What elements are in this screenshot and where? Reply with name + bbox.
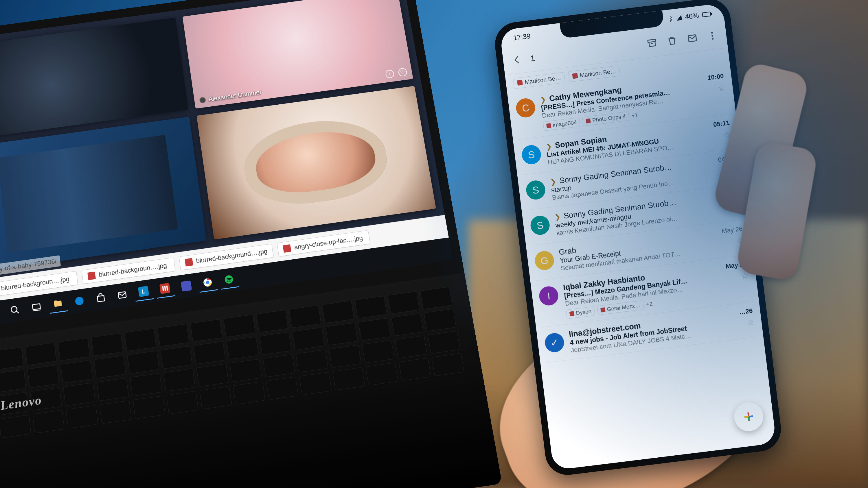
phone-in-hand: 17:39 ᛒ 46% 1 bbox=[492, 0, 786, 488]
download-filename: blurred-backgroun….jpg bbox=[1, 275, 70, 292]
download-chip[interactable]: angry-close-up-fac….jpg bbox=[277, 230, 371, 256]
pdf-icon bbox=[546, 123, 552, 128]
star-icon[interactable]: ☆ bbox=[723, 130, 732, 140]
mail-button[interactable] bbox=[112, 285, 132, 305]
download-chip[interactable]: blurred-backgroun….jpg bbox=[82, 257, 176, 284]
browser-window[interactable]: Alexander Dummer ＋ ♡ …phy-of-a-baby-7597… bbox=[0, 0, 453, 327]
download-chip[interactable]: blurred-backgroun….jpg bbox=[0, 271, 78, 298]
explorer-button[interactable] bbox=[48, 294, 68, 314]
email-time: May 26 bbox=[725, 260, 747, 270]
email-row[interactable]: S❯Sonny Gading Seniman Surob…startupBisn… bbox=[523, 149, 739, 210]
svg-point-4 bbox=[11, 306, 18, 313]
selection-count: 1 bbox=[530, 54, 535, 63]
email-row[interactable]: S❯Sonny Gading Seniman Surob…weekly mei;… bbox=[527, 184, 743, 246]
email-subject: 4 new jobs - Job Alert from JobStreet bbox=[569, 317, 755, 347]
download-filename: blurred-backgroun….jpg bbox=[98, 262, 167, 279]
attachment-chip[interactable]: Madison Be… bbox=[513, 72, 565, 89]
signal-icon bbox=[676, 15, 682, 21]
star-icon[interactable]: ☆ bbox=[746, 318, 754, 328]
laptop-screen: Alexander Dummer ＋ ♡ …phy-of-a-baby-7597… bbox=[0, 0, 464, 342]
star-icon[interactable]: ☆ bbox=[740, 270, 749, 281]
attachment-chip[interactable]: Photo Opps 4 bbox=[582, 111, 629, 126]
email-sender: Cathy Mewengkang bbox=[549, 85, 622, 103]
chrome-button[interactable] bbox=[197, 273, 218, 293]
attachment-chips-row: Madison Be… Madison Be… bbox=[505, 48, 730, 94]
phone-notch bbox=[560, 10, 664, 38]
scene-background: Alexander Dummer ＋ ♡ …phy-of-a-baby-7597… bbox=[0, 0, 868, 488]
mail-icon[interactable] bbox=[687, 32, 699, 45]
email-row[interactable]: S❯Sopan SopianList Artikel MEI #5: JUMAT… bbox=[519, 113, 735, 175]
pdf-icon bbox=[586, 118, 591, 124]
file-icon bbox=[87, 272, 96, 280]
email-preview: Dear Rekan Media, Pada hari ini Mezzo… bbox=[565, 278, 750, 307]
email-sender: Iqbal Zakky Hasbianto bbox=[563, 273, 646, 292]
add-icon[interactable]: ＋ bbox=[385, 69, 395, 78]
windows-taskbar: L bbox=[0, 237, 453, 327]
star-icon[interactable]: ☆ bbox=[732, 200, 740, 210]
svg-text:L: L bbox=[142, 288, 146, 295]
spotify-button[interactable] bbox=[218, 270, 239, 290]
hand-finger bbox=[712, 61, 810, 222]
heart-icon[interactable]: ♡ bbox=[398, 68, 408, 77]
svg-rect-22 bbox=[688, 35, 696, 42]
email-subject: startup bbox=[551, 164, 736, 194]
app-l-button[interactable]: L bbox=[133, 282, 154, 301]
status-time: 17:39 bbox=[513, 32, 531, 42]
desk-surface bbox=[469, 220, 868, 488]
sender-avatar[interactable]: ✓ bbox=[544, 332, 565, 353]
download-filename: blurred-background….jpg bbox=[195, 248, 268, 265]
sender-avatar[interactable]: S bbox=[529, 215, 551, 236]
battery-percent: 46% bbox=[685, 11, 699, 21]
email-subject: List Artikel MEI #5: JUMAT-MINGGU bbox=[546, 128, 732, 159]
pdf-icon bbox=[569, 311, 575, 316]
compose-fab[interactable] bbox=[733, 401, 765, 433]
gallery-thumb[interactable] bbox=[196, 86, 436, 239]
sender-avatar[interactable]: G bbox=[534, 250, 555, 271]
sender-avatar[interactable]: I bbox=[538, 285, 560, 307]
back-icon[interactable] bbox=[511, 54, 523, 66]
sender-avatar[interactable]: C bbox=[515, 97, 536, 119]
email-preview: Bisnis Japanese Dessert yang Penuh Ino… bbox=[552, 171, 737, 201]
attachment-chip[interactable]: Dyson bbox=[566, 306, 595, 319]
email-subject: Your Grab E-Receipt bbox=[559, 234, 745, 265]
svg-point-24 bbox=[711, 35, 713, 37]
download-chip[interactable]: blurred-background….jpg bbox=[179, 244, 274, 270]
email-row[interactable]: ✓lina@jobstreet.com4 new jobs - Job Aler… bbox=[542, 301, 758, 363]
sender-avatar[interactable]: S bbox=[521, 144, 542, 165]
star-icon[interactable]: ☆ bbox=[717, 83, 726, 93]
important-icon: ❯ bbox=[550, 177, 556, 186]
email-row[interactable]: C❯Cathy Mewengkang[PRESS…] Press Confere… bbox=[513, 67, 730, 140]
email-list[interactable]: C❯Cathy Mewengkang[PRESS…] Press Confere… bbox=[507, 66, 776, 470]
search-button[interactable] bbox=[5, 300, 25, 320]
attachment-chip[interactable]: Gerai Mezz… bbox=[597, 300, 644, 315]
important-icon: ❯ bbox=[539, 95, 546, 104]
star-icon[interactable]: ☆ bbox=[727, 165, 736, 175]
gallery-thumb[interactable] bbox=[0, 18, 188, 140]
edge-button[interactable] bbox=[69, 291, 90, 311]
gmail-top-bar: 1 bbox=[502, 22, 728, 75]
email-subject: weekly mei;kamis-minggu bbox=[555, 199, 740, 230]
gallery-thumb[interactable]: Alexander Dummer ＋ ♡ bbox=[183, 0, 413, 108]
app-red-button[interactable] bbox=[155, 279, 175, 299]
attachment-chip[interactable]: Madison Be… bbox=[568, 65, 620, 82]
task-view-button[interactable] bbox=[26, 297, 47, 317]
attachment-chip[interactable]: image004 bbox=[543, 118, 580, 131]
archive-icon[interactable] bbox=[646, 37, 658, 50]
email-row[interactable]: IIqbal Zakky Hasbianto[Press…] Mezzo Gan… bbox=[536, 255, 753, 328]
delete-icon[interactable] bbox=[666, 35, 678, 47]
email-sender: Grab bbox=[558, 246, 577, 257]
store-button[interactable] bbox=[91, 288, 111, 307]
photo-credit: Alexander Dummer bbox=[199, 89, 262, 104]
email-row[interactable]: GGrabYour Grab E-ReceiptSelamat menikmat… bbox=[532, 220, 748, 281]
thumb-actions: ＋ ♡ bbox=[385, 68, 407, 78]
svg-rect-16 bbox=[166, 286, 168, 291]
gallery-thumb[interactable] bbox=[0, 117, 207, 272]
phone-screen: 17:39 ᛒ 46% 1 bbox=[499, 3, 776, 470]
start-button[interactable] bbox=[0, 303, 4, 323]
sender-avatar[interactable]: S bbox=[525, 179, 547, 201]
more-icon[interactable] bbox=[707, 30, 718, 42]
email-sender: Sonny Gading Seniman Surob… bbox=[563, 198, 677, 221]
teams-button[interactable] bbox=[176, 276, 197, 296]
star-icon[interactable]: ☆ bbox=[736, 235, 744, 246]
email-time: May 26 bbox=[721, 225, 743, 235]
